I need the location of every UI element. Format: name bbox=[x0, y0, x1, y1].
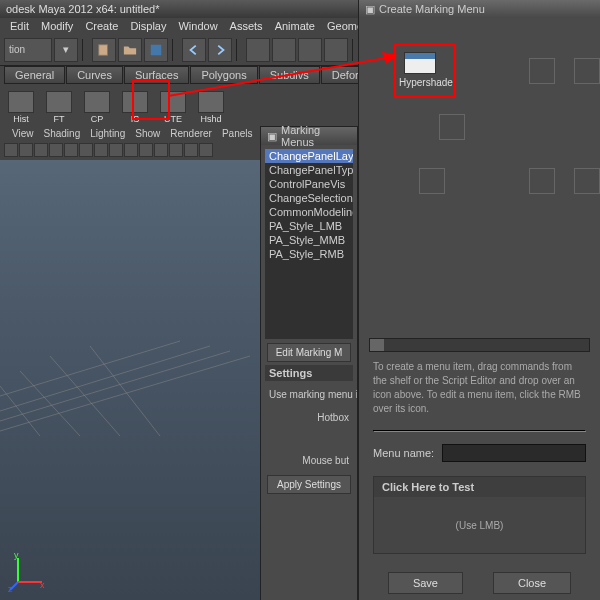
shelf-hist[interactable]: Hist bbox=[4, 88, 38, 124]
menu-assets[interactable]: Assets bbox=[230, 20, 263, 32]
mm-item[interactable]: ControlPaneVis bbox=[265, 177, 353, 191]
vp-icon[interactable] bbox=[199, 143, 213, 157]
create-marking-menu-window: ▣Create Marking Menu Hypershade To creat… bbox=[358, 0, 600, 600]
vp-renderer[interactable]: Renderer bbox=[170, 128, 212, 140]
new-scene-icon[interactable] bbox=[92, 38, 116, 62]
hotbox-label: Hotbox bbox=[261, 406, 357, 429]
menu-display[interactable]: Display bbox=[130, 20, 166, 32]
menu-modify[interactable]: Modify bbox=[41, 20, 73, 32]
svg-rect-1 bbox=[151, 44, 162, 55]
menu-name-label: Menu name: bbox=[373, 447, 434, 459]
viewport[interactable]: View Shading Lighting Show Renderer Pane… bbox=[0, 126, 260, 600]
mm-slot[interactable] bbox=[574, 168, 600, 194]
hypershade-slot[interactable]: Hypershade bbox=[399, 52, 441, 88]
cmm-slot-grid: Hypershade bbox=[359, 18, 600, 338]
perspective-grid bbox=[0, 326, 260, 446]
open-scene-icon[interactable] bbox=[118, 38, 142, 62]
mm-slot[interactable] bbox=[574, 58, 600, 84]
vp-icon[interactable] bbox=[4, 143, 18, 157]
shelf-is[interactable]: IS bbox=[118, 88, 152, 124]
mm-item[interactable]: ChangePanelTyp bbox=[265, 163, 353, 177]
vp-icon[interactable] bbox=[124, 143, 138, 157]
close-button[interactable]: Close bbox=[493, 572, 571, 594]
save-scene-icon[interactable] bbox=[144, 38, 168, 62]
mm-item[interactable]: ChangeSelection bbox=[265, 191, 353, 205]
save-button[interactable]: Save bbox=[388, 572, 463, 594]
shelf-tab-curves[interactable]: Curves bbox=[66, 66, 123, 84]
vp-icon[interactable] bbox=[139, 143, 153, 157]
svg-line-9 bbox=[90, 346, 160, 436]
axis-gizmo-icon: y x z bbox=[8, 552, 48, 592]
mm-slot[interactable] bbox=[529, 58, 555, 84]
mode-dropdown[interactable]: tion bbox=[4, 38, 52, 62]
mm-slot[interactable] bbox=[439, 114, 465, 140]
apply-settings-button[interactable]: Apply Settings bbox=[267, 475, 351, 494]
shelf-cp[interactable]: CP bbox=[80, 88, 114, 124]
select-hierarchy-icon[interactable] bbox=[246, 38, 270, 62]
test-area[interactable]: Click Here to Test (Use LMB) bbox=[373, 476, 586, 554]
redo-icon[interactable] bbox=[208, 38, 232, 62]
vp-icon[interactable] bbox=[154, 143, 168, 157]
menu-window[interactable]: Window bbox=[178, 20, 217, 32]
shelf-ft[interactable]: FT bbox=[42, 88, 76, 124]
viewport-toolbar bbox=[0, 142, 260, 160]
shelf-tab-general[interactable]: General bbox=[4, 66, 65, 84]
mm-item[interactable]: PA_Style_MMB bbox=[265, 233, 353, 247]
settings-header: Settings bbox=[265, 365, 353, 381]
vp-icon[interactable] bbox=[19, 143, 33, 157]
vp-icon[interactable] bbox=[49, 143, 63, 157]
shelf-hshd[interactable]: Hshd bbox=[194, 88, 228, 124]
hypershade-label: Hypershade bbox=[399, 77, 441, 88]
vp-icon[interactable] bbox=[169, 143, 183, 157]
marking-menus-title[interactable]: ▣Marking Menus bbox=[261, 127, 357, 145]
svg-text:y: y bbox=[14, 552, 19, 560]
mm-slot[interactable] bbox=[419, 168, 445, 194]
test-body[interactable]: (Use LMB) bbox=[374, 497, 585, 553]
svg-line-4 bbox=[0, 356, 250, 431]
menu-edit[interactable]: Edit bbox=[10, 20, 29, 32]
shelf-tab-subdivs[interactable]: Subdivs bbox=[259, 66, 320, 84]
viewport-menubar: View Shading Lighting Show Renderer Pane… bbox=[0, 126, 260, 142]
undo-icon[interactable] bbox=[182, 38, 206, 62]
vp-shading[interactable]: Shading bbox=[44, 128, 81, 140]
menu-name-input[interactable] bbox=[442, 444, 586, 462]
menu-create[interactable]: Create bbox=[85, 20, 118, 32]
vp-icon[interactable] bbox=[64, 143, 78, 157]
vp-icon[interactable] bbox=[79, 143, 93, 157]
svg-line-8 bbox=[50, 356, 120, 436]
mm-item[interactable]: PA_Style_RMB bbox=[265, 247, 353, 261]
svg-text:z: z bbox=[8, 584, 13, 592]
vp-show[interactable]: Show bbox=[135, 128, 160, 140]
hypershade-icon bbox=[404, 52, 436, 74]
snap-grid-icon[interactable] bbox=[324, 38, 348, 62]
shelf-tab-polygons[interactable]: Polygons bbox=[190, 66, 257, 84]
svg-line-5 bbox=[0, 341, 180, 396]
test-header: Click Here to Test bbox=[374, 477, 585, 497]
svg-text:x: x bbox=[40, 580, 45, 590]
svg-rect-0 bbox=[99, 44, 108, 55]
mouse-button-label: Mouse but bbox=[261, 449, 357, 472]
edit-marking-menu-button[interactable]: Edit Marking M bbox=[267, 343, 351, 362]
shelf-ute[interactable]: UTE bbox=[156, 88, 190, 124]
vp-icon[interactable] bbox=[109, 143, 123, 157]
mm-slot[interactable] bbox=[529, 168, 555, 194]
shelf-tab-surfaces[interactable]: Surfaces bbox=[124, 66, 189, 84]
vp-panels[interactable]: Panels bbox=[222, 128, 253, 140]
marking-menus-list[interactable]: ChangePanelLay ChangePanelTyp ControlPan… bbox=[265, 149, 353, 339]
horizontal-scrollbar[interactable] bbox=[369, 338, 590, 352]
window-title: odesk Maya 2012 x64: untitled* bbox=[6, 3, 160, 15]
mm-item[interactable]: CommonModeling bbox=[265, 205, 353, 219]
cmm-titlebar[interactable]: ▣Create Marking Menu bbox=[359, 0, 600, 18]
mm-item[interactable]: ChangePanelLay bbox=[265, 149, 353, 163]
vp-view[interactable]: View bbox=[12, 128, 34, 140]
dropdown-arrow-icon[interactable]: ▾ bbox=[54, 38, 78, 62]
vp-icon[interactable] bbox=[184, 143, 198, 157]
vp-lighting[interactable]: Lighting bbox=[90, 128, 125, 140]
select-object-icon[interactable] bbox=[272, 38, 296, 62]
select-component-icon[interactable] bbox=[298, 38, 322, 62]
svg-line-6 bbox=[0, 386, 40, 436]
vp-icon[interactable] bbox=[34, 143, 48, 157]
mm-item[interactable]: PA_Style_LMB bbox=[265, 219, 353, 233]
vp-icon[interactable] bbox=[94, 143, 108, 157]
menu-animate[interactable]: Animate bbox=[275, 20, 315, 32]
